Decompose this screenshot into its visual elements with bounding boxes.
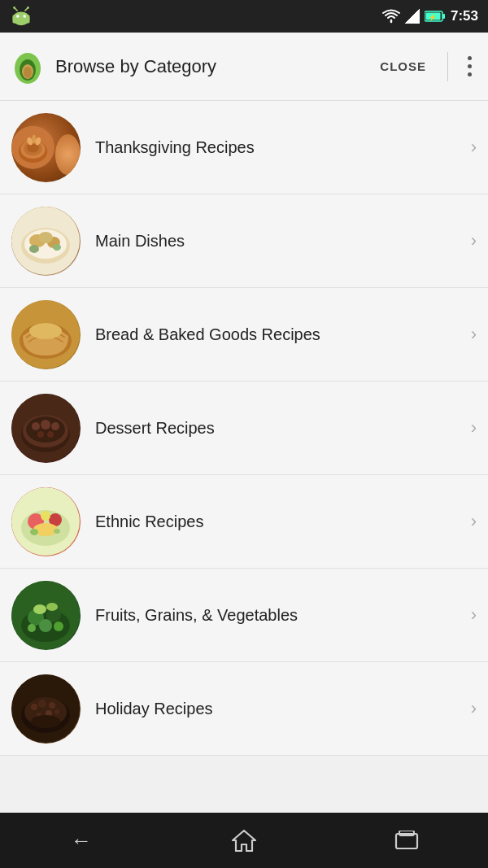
svg-point-42 [41,420,50,430]
category-item-ethnic[interactable]: Ethnic Recipes› [0,475,488,569]
overflow-menu-button[interactable] [461,50,478,83]
svg-point-51 [41,511,50,521]
svg-point-71 [54,709,59,714]
category-item-dessert[interactable]: Dessert Recipes› [0,382,488,475]
svg-point-60 [46,603,58,611]
signal-icon [405,9,420,24]
recents-icon [394,831,419,850]
back-button[interactable]: ← [49,821,114,860]
category-item-maindish[interactable]: Main Dishes› [0,194,488,288]
chevron-right-icon: › [471,417,477,438]
chevron-right-icon: › [471,698,477,719]
svg-rect-11 [442,14,445,19]
svg-point-43 [51,422,59,430]
status-bar: ⚡ 7:53 [0,0,488,33]
svg-point-33 [53,244,61,251]
svg-point-6 [13,7,15,9]
menu-dot [468,64,472,68]
svg-point-7 [27,7,29,9]
category-label-fruits: Fruits, Grains, & Vegetables [95,604,464,626]
home-button[interactable] [211,821,277,860]
category-item-bread[interactable]: Bread & Baked Goods Recipes› [0,288,488,382]
svg-point-32 [29,245,39,253]
android-icon [10,5,33,28]
svg-point-41 [32,422,40,430]
category-label-maindish: Main Dishes [95,230,464,251]
svg-point-66 [31,704,37,710]
category-thumb-fruits [11,581,81,650]
category-item-holiday[interactable]: Holiday Recipes› [0,662,488,756]
svg-point-45 [47,431,54,438]
app-bar: Browse by Category CLOSE [0,33,488,101]
chevron-right-icon: › [471,230,477,251]
chevron-right-icon: › [471,324,477,345]
menu-dot [468,72,472,76]
status-bar-right: ⚡ 7:53 [382,8,478,24]
battery-icon: ⚡ [425,10,446,23]
svg-point-59 [33,604,46,614]
svg-point-68 [49,702,55,709]
recents-button[interactable] [374,821,439,860]
category-thumb-holiday [11,674,81,744]
category-label-dessert: Dessert Recipes [95,417,464,438]
category-label-ethnic: Ethnic Recipes [95,511,464,532]
status-time: 7:53 [451,8,478,24]
svg-point-53 [54,529,60,534]
svg-marker-73 [233,831,255,851]
svg-point-3 [23,15,26,18]
home-icon [232,829,256,852]
app-logo [10,49,46,85]
svg-point-67 [38,700,46,708]
category-label-bread: Bread & Baked Goods Recipes [95,324,464,345]
category-thumb-dessert [11,394,81,463]
svg-point-72 [31,715,60,728]
svg-point-31 [38,232,53,243]
category-thumb-thanksgiving [11,113,81,182]
svg-point-17 [24,67,32,78]
chevron-right-icon: › [471,604,477,626]
close-button[interactable]: CLOSE [372,53,434,80]
svg-text:⚡: ⚡ [429,13,437,21]
chevron-right-icon: › [471,137,477,158]
category-thumb-maindish [11,207,81,276]
svg-point-36 [29,323,62,339]
svg-rect-1 [13,15,30,24]
svg-point-44 [37,431,44,438]
svg-point-52 [30,529,38,535]
menu-dot [468,56,472,60]
status-bar-left [10,5,33,28]
app-bar-divider [447,52,448,81]
category-thumb-ethnic [11,487,81,556]
chevron-right-icon: › [471,511,477,532]
svg-point-58 [39,619,52,632]
category-label-holiday: Holiday Recipes [95,698,464,719]
back-icon: ← [71,828,92,853]
svg-point-61 [28,624,36,632]
category-list: Thanksgiving Recipes› Main Dishes› Bread… [0,101,488,813]
category-label-thanksgiving: Thanksgiving Recipes [95,137,464,158]
app-bar-title: Browse by Category [55,56,362,77]
wifi-icon [382,9,400,24]
category-thumb-bread [11,300,81,369]
svg-point-62 [54,622,63,631]
nav-bar: ← [0,813,488,868]
svg-point-2 [16,15,20,18]
category-item-thanksgiving[interactable]: Thanksgiving Recipes› [0,101,488,194]
category-item-fruits[interactable]: Fruits, Grains, & Vegetables› [0,569,488,662]
